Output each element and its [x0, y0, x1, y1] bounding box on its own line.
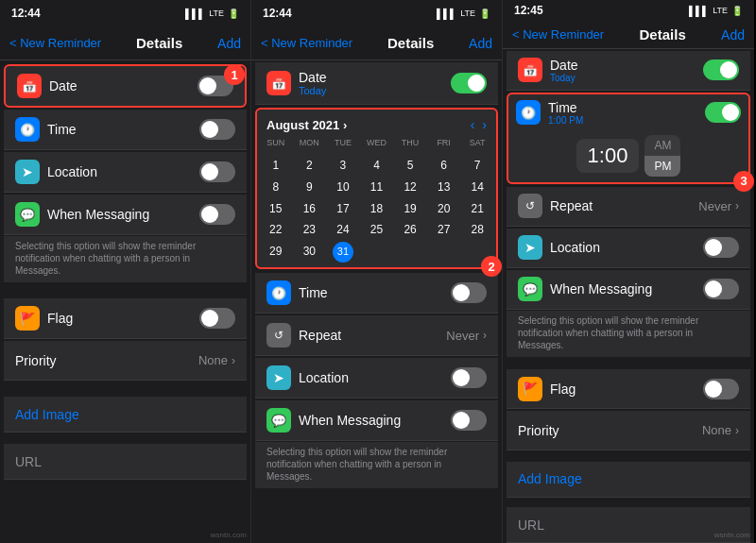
panel-1: 12:44 ▌▌▌ LTE 🔋 < New Reminder Details A… [0, 0, 251, 543]
time-toggle-1[interactable] [199, 119, 235, 140]
step-badge-3: 3 [733, 171, 754, 192]
nav-add-2[interactable]: Add [469, 36, 492, 51]
add-image-label-3[interactable]: Add Image [518, 471, 582, 486]
repeat-row-2[interactable]: ↺ Repeat Never › [255, 315, 498, 356]
battery-icon-2: 🔋 [479, 8, 490, 19]
add-image-row-3[interactable]: Add Image [507, 462, 750, 498]
nav-bar-2: < New Reminder Details Add [251, 26, 502, 60]
location-label-2: Location [299, 370, 451, 385]
time-label-1: Time [47, 122, 199, 137]
time-toggle-2[interactable] [451, 282, 487, 303]
time-sublabel-3: 1:00 PM [548, 115, 705, 126]
url-label-3[interactable]: URL [518, 518, 544, 533]
messaging-icon-1: 💬 [15, 202, 40, 227]
messaging-icon-3: 💬 [518, 277, 542, 301]
time-picker-3: 1:00 AM PM [508, 131, 748, 182]
date-toggle-2[interactable] [451, 73, 487, 93]
date-row-3[interactable]: 📅 Date Today [507, 51, 750, 91]
time-icon-2: 🕐 [266, 280, 291, 305]
flag-row-3[interactable]: 🚩 Flag [507, 369, 750, 409]
flag-toggle-3[interactable] [703, 379, 739, 399]
messaging-icon-2: 💬 [266, 408, 291, 433]
status-bar-3: 12:45 ▌▌▌ LTE 🔋 [503, 0, 754, 22]
cal-prev-2[interactable]: ‹ [471, 117, 475, 132]
location-icon-1: ➤ [15, 160, 40, 184]
lte-icon-2: LTE [460, 8, 475, 18]
watermark-3: wsntn.com [714, 531, 750, 539]
nav-add-3[interactable]: Add [721, 27, 745, 42]
nav-back-1[interactable]: < New Reminder [9, 36, 101, 50]
status-bar-2: 12:44 ▌▌▌ LTE 🔋 [251, 0, 502, 26]
location-toggle-1[interactable] [199, 161, 235, 182]
time-label-2: Time [299, 285, 451, 300]
repeat-icon-2: ↺ [266, 323, 291, 348]
repeat-label-3: Repeat [550, 198, 698, 213]
nav-add-1[interactable]: Add [217, 36, 241, 51]
priority-row-3[interactable]: Priority None › [507, 411, 750, 450]
messaging-note-2: Selecting this option will show the remi… [255, 442, 498, 488]
time-row-1[interactable]: 🕐 Time [4, 110, 247, 150]
location-row-3[interactable]: ➤ Location [507, 229, 750, 268]
am-button-3[interactable]: AM [644, 135, 680, 156]
add-image-row-1[interactable]: Add Image [4, 397, 247, 433]
url-label-1[interactable]: URL [15, 454, 42, 469]
date-toggle-3[interactable] [703, 59, 739, 80]
date-row-2[interactable]: 📅 Date Today [255, 62, 498, 105]
status-icons-2: ▌▌▌ LTE 🔋 [437, 8, 490, 19]
nav-bar-1: < New Reminder Details Add [0, 26, 250, 60]
step-badge-2: 2 [481, 256, 502, 277]
messaging-label-1: When Messaging [47, 207, 199, 222]
time-row-2[interactable]: 🕐 Time [255, 273, 498, 314]
date-today-2: Today [299, 85, 451, 96]
lte-icon-3: LTE [713, 6, 728, 15]
flag-label-3: Flag [550, 382, 703, 397]
priority-row-1[interactable]: Priority None › [4, 341, 247, 381]
date-row-1[interactable]: 📅 Date [4, 64, 247, 108]
priority-label-1: Priority [15, 353, 198, 368]
time-label-3: Time [548, 100, 705, 115]
repeat-label-2: Repeat [299, 328, 446, 343]
status-icons-1: ▌▌▌ LTE 🔋 [185, 8, 239, 19]
repeat-chevron-3: › [735, 199, 739, 212]
add-image-label-1[interactable]: Add Image [15, 407, 79, 422]
messaging-row-3[interactable]: 💬 When Messaging [507, 270, 750, 310]
location-toggle-2[interactable] [451, 367, 487, 388]
messaging-toggle-3[interactable] [703, 279, 739, 299]
messaging-note-1: Selecting this option will show the remi… [4, 236, 247, 282]
pm-button-3[interactable]: PM [644, 156, 680, 177]
location-label-3: Location [550, 240, 703, 255]
repeat-row-3[interactable]: ↺ Repeat Never › [507, 187, 750, 227]
priority-label-3: Priority [518, 423, 702, 438]
location-row-2[interactable]: ➤ Location [255, 358, 498, 399]
date-label-3: Date [550, 58, 703, 73]
messaging-toggle-2[interactable] [451, 410, 487, 431]
time-toggle-3[interactable] [705, 102, 741, 123]
time-icon-1: 🕐 [15, 117, 40, 142]
messaging-toggle-1[interactable] [199, 204, 235, 225]
nav-back-2[interactable]: < New Reminder [261, 36, 352, 50]
nav-back-3[interactable]: < New Reminder [512, 27, 604, 42]
repeat-icon-3: ↺ [518, 194, 542, 218]
messaging-row-1[interactable]: 💬 When Messaging [4, 195, 247, 235]
messaging-note-3: Selecting this option will show the remi… [507, 311, 750, 357]
location-label-1: Location [47, 164, 199, 179]
flag-label-1: Flag [47, 311, 199, 326]
flag-row-1[interactable]: 🚩 Flag [4, 298, 247, 339]
calendar-days-2: 1 2 3 4 5 6 7 8 9 10 11 12 13 14 15 16 1… [259, 149, 494, 263]
time-display-3[interactable]: 1:00 [576, 139, 640, 173]
url-row-1[interactable]: URL [4, 444, 247, 480]
messaging-label-2: When Messaging [299, 413, 451, 428]
location-toggle-3[interactable] [703, 237, 739, 258]
status-bar-1: 12:44 ▌▌▌ LTE 🔋 [0, 0, 250, 26]
flag-icon-1: 🚩 [15, 306, 40, 331]
date-icon-3: 📅 [518, 58, 542, 82]
cal-next-2[interactable]: › [482, 117, 487, 132]
priority-value-1: None [198, 353, 228, 367]
date-icon-1: 📅 [17, 74, 42, 98]
messaging-row-2[interactable]: 💬 When Messaging [255, 400, 498, 441]
location-row-1[interactable]: ➤ Location [4, 152, 247, 193]
time-row-3[interactable]: 🕐 Time 1:00 PM [508, 94, 748, 131]
status-icons-3: ▌▌▌ LTE 🔋 [689, 6, 743, 16]
signal-icon-1: ▌▌▌ [185, 8, 205, 19]
flag-toggle-1[interactable] [199, 308, 235, 329]
